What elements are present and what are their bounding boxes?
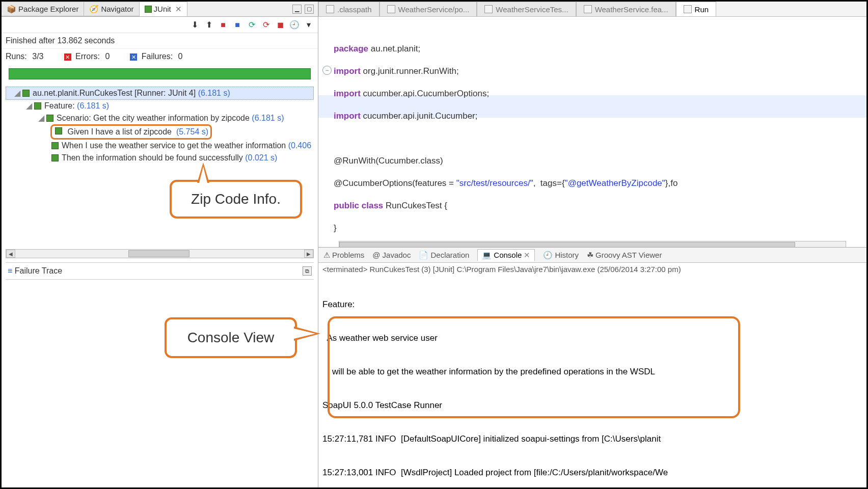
tree-step-2[interactable]: When I use the weather service to get th…: [6, 140, 314, 152]
stop-blue-icon[interactable]: ■: [232, 20, 242, 30]
failure-trace-bar: ≡ Failure Trace ⧉: [6, 262, 314, 280]
history-icon[interactable]: 🕘: [289, 20, 300, 30]
test-suite-icon: [45, 114, 55, 122]
tab-declaration[interactable]: 📄 Declaration: [419, 251, 469, 260]
tab-javadoc[interactable]: @ Javadoc: [372, 251, 411, 259]
tab-label: Console: [494, 251, 522, 259]
collapse-icon[interactable]: −: [322, 66, 332, 75]
expand-icon[interactable]: ◢: [14, 87, 21, 99]
tree-step3-time: (0.021 s): [245, 152, 277, 164]
tree-scenario[interactable]: ◢ Scenario: Get the city weather informa…: [6, 112, 314, 124]
java-icon: [684, 5, 692, 13]
expand-icon[interactable]: ◢: [26, 100, 33, 112]
test-progress-bar: [9, 68, 311, 79]
tree-step1-time: (5.754 s): [176, 127, 208, 136]
tab-navigator[interactable]: 🧭 Navigator: [84, 2, 139, 16]
test-pass-icon: [50, 154, 60, 162]
stop-red-icon[interactable]: ■: [218, 20, 228, 30]
error-icon: ✕: [64, 53, 71, 61]
tab-classpath[interactable]: .classpath: [318, 2, 379, 16]
tree-scenario-time: (6.181 s): [252, 112, 284, 124]
stop-icon[interactable]: ◼: [275, 20, 285, 30]
tree-feature-time: (6.181 s): [77, 100, 109, 112]
package-icon: 📦: [7, 5, 16, 14]
rerun-icon[interactable]: ⟳: [247, 20, 257, 30]
menu-icon[interactable]: ▾: [304, 20, 314, 30]
navigator-icon: 🧭: [89, 5, 99, 14]
problems-icon: ⚠: [323, 251, 330, 260]
console-line: SoapUI 5.0.0 TestCase Runner: [322, 400, 862, 411]
prev-failure-icon[interactable]: ⬆: [204, 20, 214, 30]
scrollbar-thumb[interactable]: [128, 250, 189, 257]
tree-step3-label: Then the information should be found suc…: [62, 152, 243, 164]
tree-feature[interactable]: ◢ Feature: (6.181 s): [6, 100, 314, 112]
code-line: import cucumber.api.CucumberOptions;: [334, 88, 866, 99]
tab-label: Declaration: [430, 251, 469, 259]
maximize-button[interactable]: ▢: [305, 5, 314, 14]
feature-icon: [584, 5, 592, 13]
expand-icon[interactable]: ◢: [38, 112, 45, 124]
tree-step2-time: (0.406: [288, 140, 311, 152]
tab-label: .classpath: [337, 5, 372, 14]
tree-root-label: au.net.planit.RunCukesTest [Runner: JUni…: [33, 87, 196, 99]
view-tabs: 📦 Package Explorer 🧭 Navigator JUnit ✕ ▁…: [2, 2, 318, 17]
errors-group: ✕ Errors: 0: [64, 52, 110, 61]
test-tree[interactable]: ◢ au.net.planit.RunCukesTest [Runner: JU…: [2, 85, 318, 166]
code-line: }: [334, 223, 866, 234]
tab-label: JUnit: [154, 5, 171, 13]
file-icon: [326, 5, 334, 13]
junit-icon: [145, 6, 152, 13]
tree-feature-label: Feature:: [44, 100, 75, 112]
console-line: 15:27:13,001 INFO [WsdlProject] Loaded p…: [322, 467, 862, 478]
scroll-right-icon[interactable]: ▶: [304, 250, 313, 258]
errors-label: Errors:: [75, 52, 100, 61]
tab-console[interactable]: 💻 Console ✕: [477, 249, 535, 261]
tab-test-file[interactable]: WeatherServiceTes...: [477, 2, 576, 16]
tree-root[interactable]: ◢ au.net.planit.RunCukesTest [Runner: JU…: [6, 87, 314, 100]
tab-label: Run: [695, 5, 709, 14]
console-line: As weather web service user: [322, 333, 862, 344]
tab-problems[interactable]: ⚠ Problems: [323, 251, 364, 260]
compare-button[interactable]: ⧉: [303, 266, 312, 276]
tab-feature-file[interactable]: WeatherService.fea...: [576, 2, 676, 16]
tree-step-3[interactable]: Then the information should be found suc…: [6, 152, 314, 164]
rerun-failed-icon[interactable]: ⟳: [261, 20, 271, 30]
code-line: @RunWith(Cucumber.class): [334, 155, 866, 167]
bottom-views: ⚠ Problems @ Javadoc 📄 Declaration 💻 Con…: [318, 247, 866, 487]
console-output[interactable]: Feature: As weather web service user I w…: [318, 276, 866, 489]
tab-pom[interactable]: WeatherService/po...: [379, 2, 477, 16]
tree-scrollbar[interactable]: ◀ ▶: [6, 249, 314, 258]
code-line: [334, 133, 866, 144]
tab-run[interactable]: Run: [676, 2, 717, 16]
tab-label: Javadoc: [383, 251, 411, 259]
failure-trace-label: Failure Trace: [15, 266, 62, 275]
tree-step-1[interactable]: Given I have a list of zipcode (5.754 s): [6, 124, 314, 140]
console-header: <terminated> RunCukesTest (3) [JUnit] C:…: [318, 263, 866, 276]
scroll-left-icon[interactable]: ◀: [6, 250, 15, 258]
callout-console: Console View: [165, 317, 297, 358]
next-failure-icon[interactable]: ⬇: [189, 20, 200, 30]
history-icon: 🕘: [543, 251, 553, 260]
failures-value: 0: [178, 52, 183, 61]
left-pane: 📦 Package Explorer 🧭 Navigator JUnit ✕ ▁…: [2, 2, 318, 487]
runs-group: Runs: 3/3: [6, 52, 44, 61]
javadoc-icon: @: [372, 251, 380, 259]
tab-history[interactable]: 🕘 History: [543, 251, 579, 260]
minimize-button[interactable]: ▁: [292, 5, 302, 14]
tab-junit[interactable]: JUnit ✕: [140, 2, 187, 16]
tree-scenario-label: Scenario: Get the city weather informati…: [57, 112, 250, 124]
tab-groovy[interactable]: ☘ Groovy AST Viewer: [587, 251, 662, 260]
tab-label: Groovy AST Viewer: [595, 251, 662, 259]
tab-label: WeatherServiceTes...: [496, 5, 568, 14]
close-icon[interactable]: ✕: [175, 5, 182, 14]
code-line: @CucumberOptions(features = "src/test/re…: [334, 178, 866, 189]
close-icon[interactable]: ✕: [524, 251, 530, 260]
failure-icon: ✕: [130, 53, 137, 61]
code-editor[interactable]: package au.net.planit; −import org.junit…: [318, 17, 866, 241]
failures-group: ✕ Failures: 0: [130, 52, 182, 61]
junit-status: Finished after 13.862 seconds: [2, 33, 318, 49]
right-pane: .classpath WeatherService/po... WeatherS…: [318, 2, 866, 487]
editor-tabs: .classpath WeatherService/po... WeatherS…: [318, 2, 866, 17]
tab-label: Package Explorer: [18, 5, 78, 13]
tab-package-explorer[interactable]: 📦 Package Explorer: [2, 2, 84, 16]
